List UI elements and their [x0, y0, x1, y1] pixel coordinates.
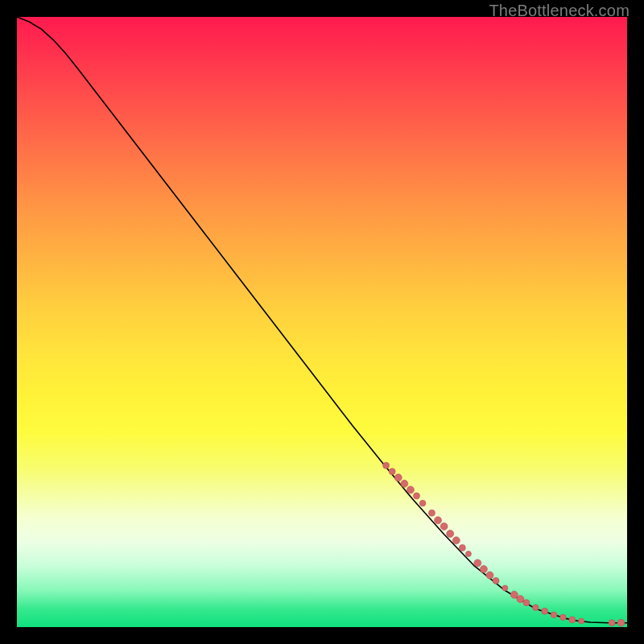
data-marker	[579, 618, 584, 624]
data-marker	[440, 522, 448, 530]
data-marker	[533, 605, 539, 611]
data-marker	[419, 500, 426, 506]
data-marker	[560, 614, 567, 621]
data-marker	[609, 620, 615, 626]
data-marker	[459, 544, 465, 551]
data-marker	[551, 612, 557, 618]
data-marker	[413, 493, 419, 499]
data-marker	[389, 469, 395, 475]
bottleneck-curve	[17, 17, 627, 623]
chart-frame: TheBottleneck.com	[0, 0, 644, 644]
data-marker	[523, 600, 530, 606]
data-marker	[569, 617, 576, 623]
data-marker	[517, 596, 524, 603]
data-marker	[435, 517, 442, 524]
data-marker	[510, 591, 518, 598]
data-marker	[428, 510, 435, 516]
data-marker	[486, 572, 493, 579]
data-marker	[447, 530, 454, 538]
data-marker	[401, 480, 408, 487]
marker-cluster	[383, 462, 625, 626]
data-marker	[452, 537, 460, 544]
data-marker	[480, 565, 487, 572]
data-marker	[383, 462, 390, 469]
data-marker	[465, 551, 471, 557]
data-marker	[542, 608, 548, 614]
chart-overlay	[17, 17, 627, 627]
data-marker	[502, 585, 508, 591]
data-marker	[617, 619, 625, 626]
data-marker	[493, 577, 499, 584]
data-marker	[474, 559, 481, 567]
data-marker	[394, 474, 402, 481]
data-marker	[407, 486, 414, 493]
